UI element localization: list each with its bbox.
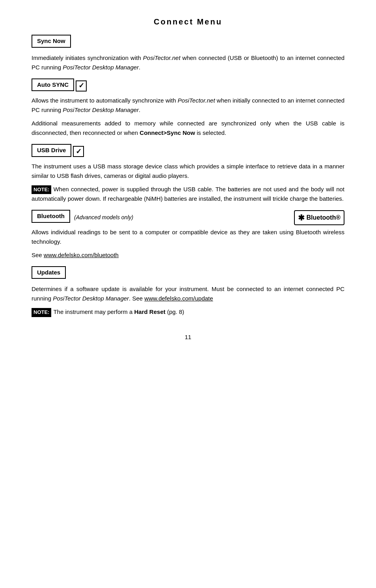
usb-drive-section: USB Drive ✓ The instrument uses a USB ma… bbox=[32, 144, 344, 203]
bluetooth-subtitle: (Advanced models only) bbox=[74, 213, 133, 222]
bluetooth-button[interactable]: Bluetooth bbox=[32, 210, 70, 223]
usb-note-label: NOTE: bbox=[32, 185, 51, 194]
bluetooth-description: Allows individual readings to be sent to… bbox=[32, 228, 344, 246]
page-number: 11 bbox=[32, 333, 344, 342]
desktop-manager-ref-2: PosiTector Desktop Manager bbox=[63, 106, 139, 113]
desktop-manager-ref-1: PosiTector Desktop Manager bbox=[63, 64, 139, 71]
usb-drive-note: NOTE:When connected, power is supplied t… bbox=[32, 185, 344, 204]
page-title: Connect Menu bbox=[32, 16, 344, 28]
auto-sync-checkbox[interactable]: ✓ bbox=[76, 80, 87, 91]
bluetooth-link[interactable]: www.defelsko.com/bluetooth bbox=[44, 252, 119, 258]
sync-now-button[interactable]: Sync Now bbox=[32, 35, 71, 48]
bluetooth-see-link: See www.defelsko.com/bluetooth bbox=[32, 250, 344, 260]
usb-drive-button[interactable]: USB Drive bbox=[32, 144, 71, 157]
updates-button[interactable]: Updates bbox=[32, 266, 66, 279]
auto-sync-button[interactable]: Auto SYNC bbox=[32, 78, 74, 91]
usb-drive-note-text: NOTE:When connected, power is supplied t… bbox=[32, 185, 344, 204]
auto-sync-description-2: Additional measurements added to memory … bbox=[32, 119, 344, 138]
sync-now-section: Sync Now Immediately initiates synchroni… bbox=[32, 35, 344, 72]
updates-description: Determines if a software update is avail… bbox=[32, 284, 344, 303]
auto-sync-section: Auto SYNC ✓ Allows the instrument to aut… bbox=[32, 78, 344, 138]
auto-sync-description-1: Allows the instrument to automatically s… bbox=[32, 96, 344, 115]
bluetooth-logo: ✱ Bluetooth® bbox=[294, 210, 344, 225]
bluetooth-header-row: Bluetooth (Advanced models only) ✱ Bluet… bbox=[32, 210, 344, 225]
usb-drive-description: The instrument uses a USB mass storage d… bbox=[32, 162, 344, 181]
updates-link[interactable]: www.defelsko.com/update bbox=[144, 295, 213, 302]
hard-reset-ref: Hard Reset bbox=[134, 308, 166, 315]
positector-net-ref-1: PosiTector.net bbox=[143, 54, 181, 61]
usb-drive-checkbox[interactable]: ✓ bbox=[73, 146, 84, 157]
updates-note-label: NOTE: bbox=[32, 308, 51, 317]
bluetooth-logo-text: Bluetooth® bbox=[307, 213, 341, 222]
bluetooth-section: Bluetooth (Advanced models only) ✱ Bluet… bbox=[32, 210, 344, 260]
updates-section: Updates Determines if a software update … bbox=[32, 266, 344, 317]
bluetooth-symbol-icon: ✱ bbox=[298, 212, 305, 224]
positector-net-ref-2: PosiTector.net bbox=[178, 97, 215, 104]
connect-sync-now-ref: Connect>Sync Now bbox=[140, 129, 195, 136]
desktop-manager-ref-3: PosiTector Desktop Manager bbox=[53, 295, 129, 302]
sync-now-description: Immediately initiates synchronization wi… bbox=[32, 53, 344, 72]
updates-note-text: NOTE:The instrument may perform a Hard R… bbox=[32, 307, 344, 317]
updates-note: NOTE:The instrument may perform a Hard R… bbox=[32, 307, 344, 317]
